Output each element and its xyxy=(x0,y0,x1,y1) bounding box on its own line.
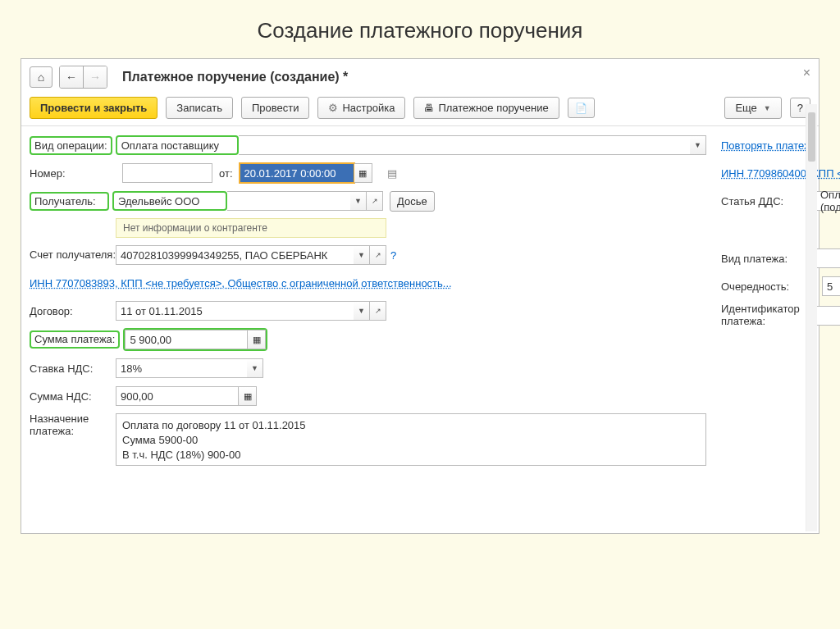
post-and-close-button[interactable]: Провести и закрыть xyxy=(30,97,158,119)
scrollbar-thumb[interactable] xyxy=(808,112,815,162)
document-icon xyxy=(575,102,587,114)
inn-other-link[interactable]: ИНН 7709860400, КПП <не требуется>, ООО … xyxy=(721,167,840,180)
recipient-account-open[interactable]: ↗ xyxy=(370,245,386,265)
hint-account[interactable]: ? xyxy=(390,249,396,262)
save-button[interactable]: Записать xyxy=(166,97,233,119)
amount-calc[interactable]: ▦ xyxy=(248,330,266,349)
home-button[interactable]: ⌂ xyxy=(30,66,52,88)
recipient-account-dropdown[interactable]: ▼ xyxy=(354,245,370,265)
window-title: Платежное поручение (создание) * xyxy=(122,70,348,84)
repeat-payment-link[interactable]: Повторять платеж? xyxy=(721,139,817,152)
print-payment-order-button[interactable]: Платежное поручение xyxy=(413,97,559,119)
recipient-account-input[interactable]: 40702810399994349255, ПАО СБЕРБАНК xyxy=(116,245,354,265)
attachments-button[interactable] xyxy=(568,98,595,118)
gear-icon xyxy=(328,102,338,114)
priority-input[interactable]: 5 xyxy=(822,276,840,296)
contract-input[interactable]: 11 от 01.11.2015 xyxy=(116,301,354,321)
dds-input[interactable]: Оплата поставщикам (подрядчикам) xyxy=(815,191,840,211)
dossier-button[interactable]: Досье xyxy=(390,191,435,212)
amount-input[interactable]: 5 900,00 xyxy=(125,330,248,349)
print-icon xyxy=(424,102,434,114)
nav-history: ← → xyxy=(59,66,107,89)
recipient-dropdown[interactable]: ▼ xyxy=(350,191,367,211)
vat-amount-calc[interactable]: ▦ xyxy=(239,386,257,406)
operation-type-ext[interactable] xyxy=(239,135,690,155)
calendar-button[interactable]: ▦ xyxy=(354,163,372,183)
post-button[interactable]: Провести xyxy=(241,97,310,119)
label-recipient: Получатель: xyxy=(30,192,109,211)
recipient-ext[interactable] xyxy=(227,191,350,211)
contract-dropdown[interactable]: ▼ xyxy=(354,301,370,321)
page-title: Создание платежного поручения xyxy=(0,0,840,58)
more-button[interactable]: Еще▼ xyxy=(724,97,781,119)
label-number: Номер: xyxy=(30,167,116,180)
close-icon[interactable]: × xyxy=(803,66,810,80)
vat-amount-input[interactable]: 900,00 xyxy=(116,386,239,406)
number-input[interactable] xyxy=(122,163,212,183)
nav-bar: ⌂ ← → Платежное поручение (создание) * xyxy=(21,59,819,93)
label-purpose: Назначение платежа: xyxy=(30,413,116,438)
label-recipient-account: Счет получателя: xyxy=(30,249,116,262)
label-vat-rate: Ставка НДС: xyxy=(30,362,116,375)
label-dds: Статья ДДС: xyxy=(721,195,815,207)
label-contract: Договор: xyxy=(30,305,116,317)
label-from: от: xyxy=(219,167,233,180)
contract-open[interactable]: ↗ xyxy=(370,301,386,321)
purpose-textarea[interactable]: Оплата по договору 11 от 01.11.2015 Сумм… xyxy=(116,413,706,466)
back-button[interactable]: ← xyxy=(60,66,83,88)
schedule-icon[interactable]: ▤ xyxy=(387,167,397,180)
toolbar: Провести и закрыть Записать Провести Нас… xyxy=(21,93,819,126)
label-payment-type: Вид платежа: xyxy=(721,253,815,265)
label-operation-type: Вид операции: xyxy=(30,136,112,155)
date-input[interactable]: 20.01.2017 0:00:00 xyxy=(240,163,354,183)
operation-type-dropdown[interactable]: ▼ xyxy=(690,135,706,155)
label-payment-id: Идентификатор платежа: xyxy=(721,303,815,328)
form-body: Вид операции: Оплата поставщику ▼ Номер:… xyxy=(21,126,819,481)
vat-rate-input[interactable]: 18% xyxy=(116,358,247,378)
window: × ⌂ ← → Платежное поручение (создание) *… xyxy=(21,58,819,534)
label-priority: Очередность: xyxy=(721,280,815,293)
vat-rate-dropdown[interactable]: ▼ xyxy=(247,358,263,378)
recipient-input[interactable]: Эдельвейс ООО xyxy=(112,191,227,211)
operation-type-input[interactable]: Оплата поставщику xyxy=(116,135,239,155)
scrollbar[interactable] xyxy=(806,104,817,531)
inn-own-link[interactable]: ИНН 7707083893, КПП <не требуется>, Обще… xyxy=(30,277,452,289)
label-vat-amount: Сумма НДС: xyxy=(30,390,116,403)
counterparty-info: Нет информации о контрагенте xyxy=(116,218,386,238)
settings-button[interactable]: Настройка xyxy=(317,97,405,119)
payment-type-input[interactable] xyxy=(815,248,840,268)
recipient-open[interactable]: ↗ xyxy=(367,191,383,211)
payment-id-input[interactable] xyxy=(815,306,840,326)
label-amount: Сумма платежа: xyxy=(30,330,120,349)
forward-button[interactable]: → xyxy=(84,66,107,88)
